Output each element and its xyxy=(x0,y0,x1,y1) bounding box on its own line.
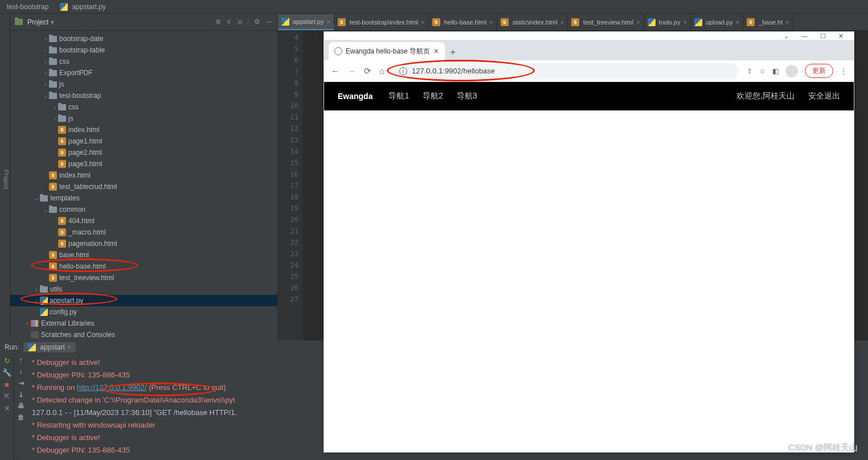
wrench-icon[interactable]: 🔧 xyxy=(2,368,11,377)
close-icon[interactable]: ✕ xyxy=(4,404,10,413)
close-icon[interactable]: ✕ xyxy=(838,32,844,40)
exit-icon[interactable]: ⇱ xyxy=(4,392,10,401)
tree-item[interactable]: page1.html xyxy=(10,135,277,147)
tree-label: js xyxy=(68,114,73,122)
tree-item[interactable]: index.html xyxy=(10,124,277,135)
tree-item[interactable]: ⌄test-bootstrap xyxy=(10,90,277,101)
locate-icon[interactable]: ⊕ xyxy=(215,18,221,27)
close-icon[interactable]: × xyxy=(489,19,493,26)
tree-item[interactable]: ›css xyxy=(10,56,277,67)
new-tab-button[interactable]: + xyxy=(445,44,461,60)
tree-item[interactable]: hello-base.html xyxy=(10,261,277,272)
tree-label: hello-base.html xyxy=(59,262,105,270)
logout-link[interactable]: 安全退出 xyxy=(808,91,840,101)
close-icon[interactable]: × xyxy=(636,19,640,26)
info-icon[interactable]: i xyxy=(399,67,407,75)
tree-item[interactable]: ›ExportPDF xyxy=(10,67,277,79)
tree-item[interactable]: _macro.html xyxy=(10,227,277,238)
editor-tab[interactable]: upload.py× xyxy=(691,14,743,30)
scroll-icon[interactable]: ⤓ xyxy=(18,391,24,399)
tree-item[interactable]: ›js xyxy=(10,79,277,90)
tree-item[interactable]: ›utils xyxy=(10,284,277,295)
bookmark-icon[interactable]: ☆ xyxy=(759,67,765,75)
close-icon[interactable]: × xyxy=(736,19,739,26)
nav-link-1[interactable]: 导航1 xyxy=(388,91,409,101)
forward-icon[interactable]: → xyxy=(347,66,356,76)
editor-tab[interactable]: static\index.html× xyxy=(497,14,568,30)
close-icon[interactable]: ✕ xyxy=(433,47,439,55)
close-icon[interactable]: × xyxy=(421,19,424,26)
maximize-icon[interactable]: ☐ xyxy=(820,32,826,40)
minimize-icon[interactable]: — xyxy=(801,32,808,39)
crumb-file[interactable]: appstart.py xyxy=(69,3,108,11)
hide-icon[interactable]: — xyxy=(266,18,273,27)
editor-tabs[interactable]: appstart.py×test-bootstrap\index.html×he… xyxy=(278,14,868,31)
reload-icon[interactable]: ⟳ xyxy=(364,66,371,76)
editor-tab[interactable]: hello-base.html× xyxy=(429,14,497,30)
close-icon[interactable]: × xyxy=(67,343,71,351)
tree-item[interactable]: page3.html xyxy=(10,158,277,170)
tree-label: page3.html xyxy=(68,160,102,168)
tree-item[interactable]: ›bootstrap-date xyxy=(10,33,277,44)
tree-item[interactable]: page2.html xyxy=(10,147,277,158)
tree-item[interactable]: index.html xyxy=(10,170,277,181)
project-tree[interactable]: ›bootstrap-date›bootstrap-table›css›Expo… xyxy=(10,31,277,340)
editor-tab[interactable]: _base.ht× xyxy=(743,14,793,30)
tree-item[interactable]: Scratches and Consoles xyxy=(10,329,277,340)
editor-tab[interactable]: tools.py× xyxy=(644,14,691,30)
python-icon xyxy=(40,297,48,305)
print-icon[interactable]: 🖶 xyxy=(18,402,24,410)
nav-link-2[interactable]: 导航2 xyxy=(423,91,443,101)
folder-icon xyxy=(49,93,57,99)
close-icon[interactable]: × xyxy=(326,18,330,25)
tree-item[interactable]: ›js xyxy=(10,113,277,124)
dropdown-icon[interactable]: ▾ xyxy=(51,18,54,26)
tree-item[interactable]: test_tablecrud.html xyxy=(10,181,277,192)
editor-tab[interactable]: appstart.py× xyxy=(278,14,334,30)
folder-icon xyxy=(49,59,57,65)
expand-icon[interactable]: ≡ xyxy=(227,18,231,27)
tree-item[interactable]: ›bootstrap-table xyxy=(10,44,277,56)
html-icon xyxy=(571,18,579,26)
tree-item[interactable]: ⌄templates xyxy=(10,192,277,204)
crumb-root[interactable]: test-bootstrap xyxy=(5,3,51,11)
navbar-brand[interactable]: Ewangda xyxy=(338,92,372,101)
tree-item[interactable]: pagenation.html xyxy=(10,238,277,249)
back-icon[interactable]: ← xyxy=(331,66,339,76)
trash-icon[interactable]: 🗑 xyxy=(18,413,24,421)
collapse-icon[interactable]: ⇲ xyxy=(236,18,242,27)
profile-icon[interactable] xyxy=(785,65,798,77)
python-icon xyxy=(28,343,36,351)
chevron-down-icon[interactable]: ⌄ xyxy=(784,32,789,40)
wrap-icon[interactable]: ⇥ xyxy=(18,379,24,387)
nav-link-3[interactable]: 导航3 xyxy=(457,91,477,101)
share-icon[interactable]: ⇪ xyxy=(747,67,752,75)
tree-item[interactable]: config.py xyxy=(10,306,277,318)
extensions-icon[interactable]: ◧ xyxy=(772,67,779,75)
run-tab-name[interactable]: appstart xyxy=(40,343,64,351)
tree-item[interactable]: ›css xyxy=(10,101,277,113)
home-icon[interactable]: ⌂ xyxy=(379,66,384,76)
stop-icon[interactable]: ■ xyxy=(5,380,9,389)
gear-icon[interactable]: ⚙ xyxy=(254,18,260,27)
project-side-tab[interactable]: Project xyxy=(0,14,10,340)
close-icon[interactable]: × xyxy=(683,19,687,26)
tree-item[interactable]: 404.html xyxy=(10,215,277,227)
editor-tab[interactable]: test-bootstrap\index.html× xyxy=(334,14,429,30)
editor-tab[interactable]: test_treeview.html× xyxy=(568,14,644,30)
tree-item[interactable]: base.html xyxy=(10,249,277,261)
menu-icon[interactable]: ⋮ xyxy=(840,67,847,75)
url-link[interactable]: http://127.0.0.1:9902/ xyxy=(77,383,147,392)
down-icon[interactable]: ↓ xyxy=(19,368,23,376)
rerun-icon[interactable]: ↻ xyxy=(4,356,10,365)
up-icon[interactable]: ↑ xyxy=(19,356,23,364)
update-button[interactable]: 更新 xyxy=(805,64,833,78)
address-bar[interactable]: i 127.0.0.1:9902/hellobase xyxy=(392,63,739,79)
tree-item[interactable]: ⌄common xyxy=(10,204,277,215)
close-icon[interactable]: × xyxy=(560,19,564,26)
close-icon[interactable]: × xyxy=(785,19,789,26)
tree-item[interactable]: ›appstart.py xyxy=(10,295,277,306)
browser-tab[interactable]: Ewangda hello-base 导航页 ✕ xyxy=(329,42,445,60)
tree-item[interactable]: test_treeview.html xyxy=(10,272,277,284)
tree-item[interactable]: ›External Libraries xyxy=(10,318,277,329)
